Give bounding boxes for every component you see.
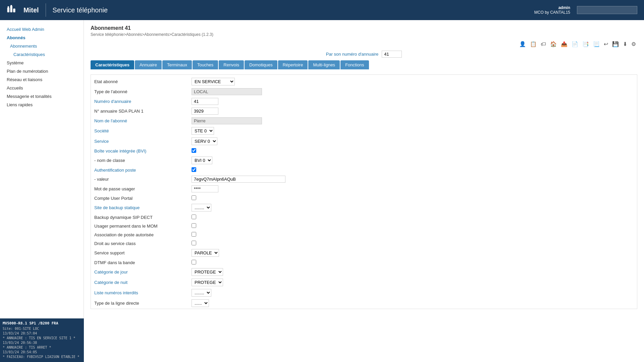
form-select-6[interactable]: SERV 0SERV 1 [192,137,217,145]
form-checkbox-12[interactable] [192,195,196,200]
form-value [192,241,637,246]
tab-renvois[interactable]: Renvois [219,60,244,69]
toolbar-settings-icon[interactable]: ⚙ [630,40,637,48]
form-checkbox-15[interactable] [192,223,196,228]
form-row: Numéro d'annuaire [91,97,637,106]
form-select-13[interactable]: ........ [192,204,211,212]
form-row: Etat abonnéEN SERVICEHORS SERVICE [91,76,637,87]
form-label: Catégorie de jour [91,269,192,275]
form-value [192,195,637,201]
log-subtitle: Site: 001-SITE LOC [3,326,81,331]
form-row: Liste numéros interdits........ [91,288,637,298]
toolbar-list-icon[interactable]: 📃 [592,40,601,48]
form-input-2[interactable] [192,98,218,105]
form-value [192,167,637,173]
sidebar-item-systeme[interactable]: Système [0,59,84,67]
form-checkbox-9[interactable] [192,167,196,172]
toolbar-back-icon[interactable]: ↩ [602,40,609,48]
form-select-23[interactable]: ...... [192,299,209,307]
form-input-3[interactable] [192,108,218,115]
form-row: - nom de classeBVI 0BVI 1 [91,155,637,166]
form-label: Mot de passe usager [91,186,192,191]
search-input[interactable] [577,6,637,14]
sidebar-item-accueil[interactable]: Accueil Web Admin [0,25,84,34]
form-row: - valeur [91,174,637,184]
toolbar-copy2-icon[interactable]: 📑 [581,40,590,48]
form-select-22[interactable]: ........ [192,289,211,297]
log-line: 13/03/24 20:54:05 [3,350,81,355]
form-select-5[interactable]: STE 0STE 1 [192,127,214,135]
sidebar-item-plan[interactable]: Plan de numérotation [0,67,84,75]
form-row: Association de poste autorisée [91,230,637,239]
form-row: Droit au service class [91,239,637,248]
form-row: Type de l'abonné [91,87,637,97]
log-line: 13/03/24 20:57:04 [3,331,81,336]
form-checkbox-7[interactable] [192,148,196,153]
tabs: CaractéristiquesAnnuaireTerminauxTouches… [91,60,637,69]
tab-r-pertoire[interactable]: Répertoire [278,60,308,69]
form-select-8[interactable]: BVI 0BVI 1 [192,157,212,164]
logo-text: Mitel [23,6,39,14]
form-label: Site de backup statique [91,205,192,210]
form-select-18[interactable]: PAROLEDATA [192,249,219,257]
toolbar-home-icon[interactable]: 🏠 [549,40,558,48]
sidebar-item-abonnements[interactable]: Abonnements [0,42,84,50]
username: admin [534,5,570,10]
log-title: MV5000-R8.1 SP1 /B200 FRA [3,321,81,325]
tab-domotiques[interactable]: Domotiques [245,60,277,69]
sidebar-item-liens[interactable]: Liens rapides [0,101,84,109]
toolbar-download-icon[interactable]: ⬇ [622,40,629,48]
form-value: ...... [192,299,637,307]
main-content: Abonnement 41 Service téléphonie>Abonnés… [84,20,644,362]
form-label: Type de l'abonné [91,89,192,94]
sidebar-item-accueils[interactable]: Accueils [0,84,84,92]
form-select-20[interactable]: PROTEGENORMAL [192,268,223,276]
tab-caract-ristiques[interactable]: Caractéristiques [91,60,134,69]
form-label: Service [91,139,192,144]
toolbar: 👤 📋 🏷 🏠 📤 📄 📑 📃 ↩ 💾 ⬇ ⚙ [91,40,637,48]
tab-annuaire[interactable]: Annuaire [135,60,162,69]
form-value [192,232,637,238]
tab-multi-lignes[interactable]: Multi-lignes [308,60,340,69]
form-row: N° annuaire SDA PLAN 1 [91,106,637,116]
sidebar-item-messagerie[interactable]: Messagerie et tonalités [0,92,84,101]
breadcrumb: Service téléphonie>Abonnés>Abonnements>C… [91,32,637,37]
dir-number-input[interactable] [382,51,402,58]
form-row: Catégorie de nuitPROTEGENORMAL [91,277,637,288]
form-row: Authentification poste [91,166,637,174]
form-select-21[interactable]: PROTEGENORMAL [192,279,223,286]
form-label: N° annuaire SDA PLAN 1 [91,109,192,114]
sidebar: Accueil Web Admin Abonnés Abonnements Ca… [0,20,84,362]
form-value [192,215,637,220]
form-row: Site de backup statique........ [91,202,637,213]
sidebar-item-reseau[interactable]: Réseau et liaisons [0,75,84,84]
sidebar-item-caracteristiques[interactable]: Caractéristiques [0,50,84,59]
form-select-0[interactable]: EN SERVICEHORS SERVICE [192,78,235,85]
toolbar-copy-icon[interactable]: 📋 [529,40,538,48]
form-row: Catégorie de jourPROTEGENORMAL [91,267,637,277]
form-value: PAROLEDATA [192,249,637,257]
tab-terminaux[interactable]: Terminaux [162,60,192,69]
form-value [192,98,637,105]
tab-touches[interactable]: Touches [193,60,218,69]
form-value: ........ [192,289,637,297]
form-checkbox-16[interactable] [192,232,196,237]
form-password-11[interactable] [192,185,218,192]
form-checkbox-14[interactable] [192,215,196,219]
form-label: Usager permanent dans le MOM [91,224,192,229]
toolbar-save-icon[interactable]: 💾 [611,40,620,48]
toolbar-doc-icon[interactable]: 📄 [570,40,580,48]
toolbar-upload-icon[interactable]: 📤 [559,40,569,48]
form-label: Service support [91,250,192,255]
tab-fonctions[interactable]: Fonctions [340,60,369,69]
header-right: admin MCO by CANTAL15 [534,5,637,15]
form-row: Type de la ligne directe...... [91,298,637,308]
form-checkbox-19[interactable] [192,260,196,264]
form-checkbox-17[interactable] [192,241,196,245]
log-line: 13/03/24 20:56:38 [3,341,81,345]
form-text-10[interactable] [192,176,285,183]
form-label: Etat abonné [91,79,192,84]
sidebar-item-abonnes[interactable]: Abonnés [0,34,84,42]
toolbar-user-icon[interactable]: 👤 [518,40,527,48]
toolbar-tag-icon[interactable]: 🏷 [539,41,547,48]
